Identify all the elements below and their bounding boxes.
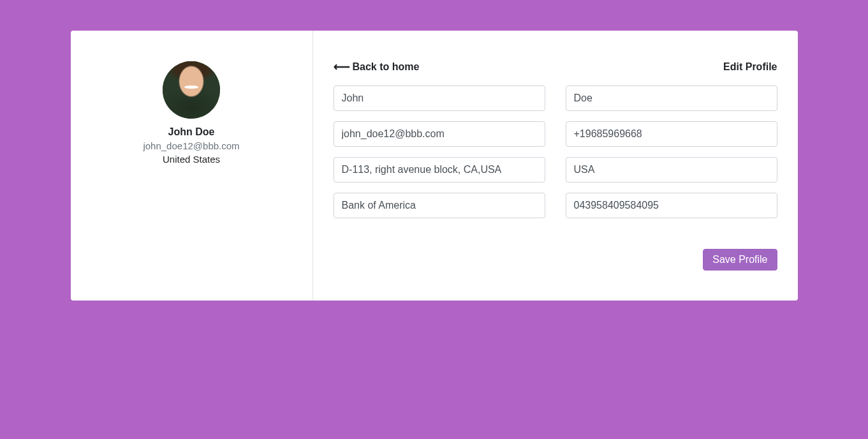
profile-card: John Doe john_doe12@bbb.com United State… (71, 31, 798, 301)
form-actions: Save Profile (334, 249, 777, 271)
panel-header: ⟵ Back to home Edit Profile (334, 61, 777, 73)
account-number-input[interactable] (566, 193, 777, 218)
last-name-input[interactable] (566, 86, 777, 111)
avatar (163, 61, 220, 119)
profile-form (334, 86, 777, 218)
first-name-input[interactable] (334, 86, 545, 111)
back-to-home-link[interactable]: ⟵ Back to home (334, 61, 420, 73)
back-label: Back to home (353, 61, 420, 73)
phone-input[interactable] (566, 121, 777, 147)
edit-profile-panel: ⟵ Back to home Edit Profile Save Profile (313, 31, 798, 301)
save-profile-button[interactable]: Save Profile (703, 249, 777, 271)
profile-summary-panel: John Doe john_doe12@bbb.com United State… (71, 31, 313, 301)
address-input[interactable] (334, 157, 545, 182)
profile-country: United States (81, 154, 302, 165)
profile-name: John Doe (81, 126, 302, 138)
email-input[interactable] (334, 121, 545, 147)
edit-profile-title: Edit Profile (723, 61, 777, 73)
country-input[interactable] (566, 157, 777, 182)
profile-email: john_doe12@bbb.com (81, 140, 302, 151)
arrow-left-icon: ⟵ (334, 61, 350, 73)
bank-name-input[interactable] (334, 193, 545, 218)
